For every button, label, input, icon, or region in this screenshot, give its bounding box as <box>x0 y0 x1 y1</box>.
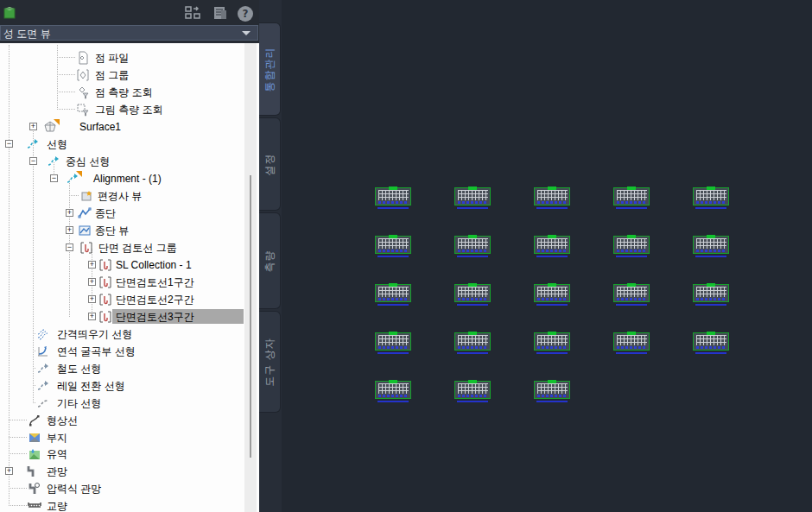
expand-icon[interactable]: + <box>5 467 13 475</box>
tree-item-offset-alignment[interactable]: 간격띄우기 선형 <box>0 326 259 343</box>
tab-toolbox[interactable]: 도구 상자 <box>259 311 281 413</box>
tab-survey[interactable]: 측량 <box>259 212 281 309</box>
tree-item-alignment[interactable]: −중심 선형 <box>0 153 259 170</box>
section-view[interactable] <box>375 332 411 351</box>
site-icon <box>28 431 41 445</box>
scrollbar-thumb[interactable] <box>250 175 251 458</box>
section-view[interactable] <box>454 381 491 399</box>
tree-item-bridge[interactable]: 교량 <box>0 497 259 512</box>
tree-item-figure-survey-query[interactable]: 그림 측량 조회 <box>0 101 259 118</box>
tree-item-superelevation-view[interactable]: 편경사 뷰 <box>0 187 259 205</box>
section-view[interactable] <box>454 284 491 302</box>
tree-item-profile[interactable]: +종단 <box>0 205 259 222</box>
section-view[interactable] <box>534 187 570 205</box>
feature-line-icon <box>28 414 41 427</box>
section-view[interactable] <box>454 236 491 254</box>
tree-item-sample-line-group[interactable]: +SL Collection - 1 <box>0 256 259 274</box>
expand-icon[interactable]: + <box>29 123 37 130</box>
list-view-icon[interactable] <box>212 5 229 22</box>
drawing-canvas[interactable] <box>282 0 812 512</box>
expand-icon[interactable]: + <box>88 295 96 303</box>
expand-icon[interactable]: + <box>66 209 73 217</box>
section-view[interactable] <box>613 236 650 254</box>
section-view[interactable] <box>613 187 650 205</box>
section-view-grid <box>617 287 647 297</box>
expand-icon[interactable]: + <box>88 261 96 269</box>
tree-scrollbar[interactable] <box>244 43 257 512</box>
pressure-network-icon <box>28 482 41 496</box>
section-view[interactable] <box>454 187 491 205</box>
tree-item-sample-line-group[interactable]: +단면검토선2구간 <box>0 291 259 308</box>
section-view[interactable] <box>693 236 729 254</box>
tree-item-label: Alignment - (1) <box>93 170 162 187</box>
tab-prospector[interactable]: 통합관리 <box>259 22 281 116</box>
tree-item-rail-alignment[interactable]: 철도 선형 <box>0 360 259 377</box>
tree-item-label: 레일 전환 선형 <box>57 377 125 395</box>
tree-item-feature-line[interactable]: 형상선 <box>0 412 259 429</box>
section-view[interactable] <box>534 332 570 351</box>
section-view-grid <box>537 238 568 249</box>
tree-item-curb-return[interactable]: 연석 굴곡부 선형 <box>0 343 259 360</box>
section-view[interactable] <box>375 236 411 254</box>
collapse-icon[interactable]: − <box>50 174 58 182</box>
superelevation-view-icon <box>79 189 93 203</box>
tree-item-alignment[interactable]: −선형 <box>0 136 259 153</box>
expand-icon[interactable]: + <box>66 226 73 234</box>
tree-item-point-group[interactable]: 점 그룹 <box>0 66 259 84</box>
section-view[interactable] <box>693 284 729 302</box>
tree-item-site[interactable]: 부지 <box>0 429 259 446</box>
item-view-icon[interactable] <box>184 5 201 22</box>
figure-survey-query-icon <box>76 103 90 117</box>
tree-leader-line <box>33 385 35 387</box>
section-view-bluebar <box>378 298 409 300</box>
sample-line-group-icon <box>98 258 112 272</box>
collapse-icon[interactable]: − <box>5 140 13 148</box>
tree-leader-line <box>33 333 35 335</box>
help-icon[interactable]: ? <box>237 5 254 22</box>
tree-item-sample-line-group[interactable]: +단면검토선1구간 <box>0 274 259 291</box>
misc-alignment-icon <box>36 396 50 410</box>
tree-item-misc-alignment[interactable]: 기타 선형 <box>0 395 259 412</box>
section-view-bluebar <box>458 298 488 300</box>
tree-item-point-file[interactable]: 점 파일 <box>0 49 259 66</box>
section-view[interactable] <box>534 284 570 302</box>
expand-icon[interactable]: + <box>88 313 96 320</box>
section-view[interactable] <box>534 381 570 399</box>
section-view[interactable] <box>454 332 491 351</box>
tree-item-profile-view[interactable]: +종단 뷰 <box>0 222 259 239</box>
catchment-icon <box>28 447 41 461</box>
collapse-icon[interactable]: − <box>66 243 73 251</box>
tab-settings[interactable]: 설정 <box>259 117 281 211</box>
tree-item-pipe-network[interactable]: +관망 <box>0 463 259 480</box>
section-view-bluebar <box>537 395 568 397</box>
section-view[interactable] <box>613 284 650 302</box>
tree-item-label: 철도 선형 <box>57 360 101 377</box>
tree-item-rail-alignment[interactable]: 레일 전환 선형 <box>0 377 259 395</box>
tree-item-pressure-network[interactable]: 압력식 관망 <box>0 480 259 497</box>
section-view[interactable] <box>613 332 650 351</box>
section-view-underline <box>616 256 647 257</box>
tree-leader-line <box>9 453 27 455</box>
section-view[interactable] <box>693 187 729 205</box>
tree-item-point-survey-query[interactable]: 점 측량 조회 <box>0 84 259 101</box>
tree-item-sample-line-group[interactable]: −단면 검토선 그룹 <box>0 239 259 256</box>
tree-item-alignment[interactable]: −Alignment - (1) <box>0 170 259 187</box>
tree-item-surface[interactable]: +Surface1 <box>0 118 259 136</box>
collapse-icon[interactable]: − <box>29 157 37 165</box>
tree-item-label: 단면 검토선 그룹 <box>98 239 177 256</box>
active-view-dropdown[interactable]: 성 도면 뷰 <box>0 25 258 41</box>
tree-item-label: 간격띄우기 선형 <box>57 326 132 343</box>
section-view-grid <box>696 287 726 297</box>
tree-item-label: 단면검토선1구간 <box>116 274 194 291</box>
tree-item-sample-line-group[interactable]: +단면검토선3구간 <box>0 308 259 326</box>
tree-item-label: 편경사 뷰 <box>98 187 142 205</box>
section-view[interactable] <box>375 187 411 205</box>
expand-icon[interactable]: + <box>88 278 96 286</box>
section-view[interactable] <box>375 284 411 302</box>
rail-alignment-icon <box>36 379 50 393</box>
tree-item-label: 유역 <box>47 446 67 463</box>
tree-item-catchment[interactable]: 유역 <box>0 446 259 463</box>
section-view[interactable] <box>375 381 411 399</box>
section-view[interactable] <box>693 332 729 351</box>
section-view[interactable] <box>534 236 570 254</box>
